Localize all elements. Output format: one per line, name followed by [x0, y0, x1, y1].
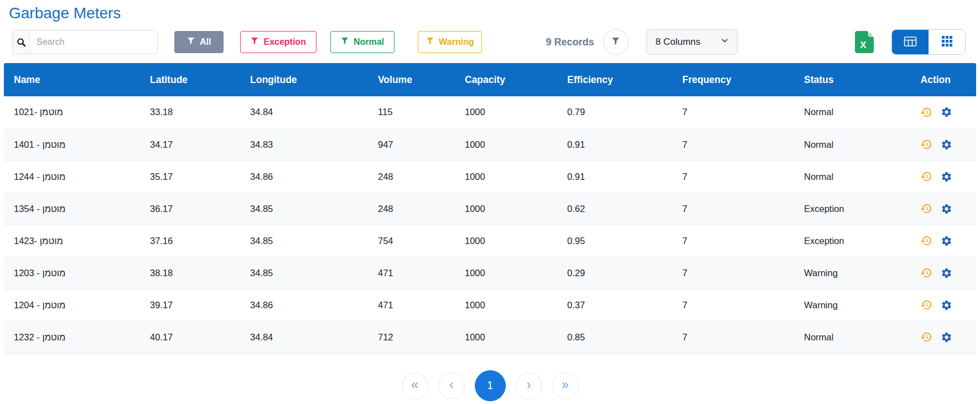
table-row: 1203 - מוטמן 38.18 34.85 471 1000 0.29 7…: [4, 257, 976, 289]
history-icon: [920, 240, 932, 248]
settings-button[interactable]: [941, 267, 952, 279]
cell-latitude: 35.17: [140, 160, 240, 193]
history-button[interactable]: [920, 170, 932, 183]
cell-longitude: 34.83: [240, 128, 368, 160]
column-header-volume[interactable]: Volume: [368, 63, 455, 96]
columns-select[interactable]: 8 Columns: [646, 29, 738, 55]
cell-frequency: 7: [672, 225, 794, 257]
cell-capacity: 1000: [455, 257, 557, 289]
filter-warning-button[interactable]: Warning: [418, 31, 482, 53]
cell-status: Exception: [794, 193, 905, 225]
chevron-down-icon: [720, 36, 729, 48]
cell-longitude: 34.86: [240, 289, 368, 321]
table-view-icon: [904, 36, 917, 49]
records-count: 9 Records: [546, 37, 594, 48]
settings-button[interactable]: [941, 171, 952, 183]
column-header-latitude[interactable]: Latitude: [140, 63, 240, 96]
table-row: 1354 - מוטמן 36.17 34.85 248 1000 0.62 7…: [4, 193, 976, 225]
history-icon: [920, 144, 932, 152]
cell-volume: 754: [368, 225, 455, 257]
filter-menu-button[interactable]: [603, 29, 629, 55]
column-header-name[interactable]: Name: [4, 63, 140, 96]
columns-select-value: 8 Columns: [656, 37, 701, 48]
history-icon: [920, 272, 932, 281]
cell-capacity: 1000: [455, 225, 557, 257]
cell-frequency: 7: [672, 128, 794, 160]
pagination-first-button[interactable]: «: [402, 372, 428, 399]
cell-latitude: 34.17: [140, 128, 240, 160]
cell-capacity: 1000: [455, 193, 557, 225]
excel-file-icon: X: [855, 31, 874, 53]
cell-action: [905, 193, 976, 225]
history-button[interactable]: [920, 138, 932, 151]
cell-status: Normal: [794, 96, 905, 128]
cell-action: [905, 289, 976, 321]
cell-name: 1021- מוטמן: [4, 96, 140, 128]
funnel-icon: [341, 37, 349, 47]
cell-efficiency: 0.85: [557, 321, 672, 353]
cell-volume: 248: [368, 160, 455, 193]
column-header-efficiency[interactable]: Efficiency: [557, 63, 672, 96]
cell-action: [905, 128, 976, 160]
pagination-page-1-button[interactable]: 1: [475, 370, 506, 401]
cell-name: 1204 - מוטמן: [4, 289, 140, 321]
cell-efficiency: 0.37: [557, 289, 672, 321]
settings-button[interactable]: [941, 235, 952, 247]
cell-volume: 712: [368, 321, 455, 353]
cell-volume: 115: [368, 96, 455, 128]
table-body: 1021- מוטמן 33.18 34.84 115 1000 0.79 7 …: [4, 96, 976, 353]
column-header-capacity[interactable]: Capacity: [455, 63, 557, 96]
funnel-icon: [187, 37, 195, 47]
cell-action: [905, 321, 976, 353]
cell-action: [905, 257, 976, 289]
settings-button[interactable]: [941, 106, 952, 118]
search-input[interactable]: [30, 30, 157, 54]
filter-normal-button[interactable]: Normal: [330, 31, 395, 53]
cell-capacity: 1000: [455, 96, 557, 128]
cell-longitude: 34.84: [240, 96, 368, 128]
cell-frequency: 7: [672, 321, 794, 353]
export-excel-button[interactable]: X: [855, 31, 874, 53]
cell-status: Normal: [794, 321, 905, 353]
cell-efficiency: 0.95: [557, 225, 672, 257]
garbage-meters-page: Garbage Meters All Exception Normal Warn…: [0, 0, 980, 404]
cell-longitude: 34.85: [240, 257, 368, 289]
cell-volume: 248: [368, 193, 455, 225]
column-header-status[interactable]: Status: [794, 63, 905, 96]
cell-action: [905, 96, 976, 128]
history-button[interactable]: [920, 235, 932, 247]
column-header-frequency[interactable]: Frequency: [672, 63, 794, 96]
cell-action: [905, 225, 976, 257]
cell-efficiency: 0.91: [557, 160, 672, 193]
pagination-last-button[interactable]: »: [552, 372, 579, 399]
history-button[interactable]: [920, 331, 932, 343]
filter-exception-button[interactable]: Exception: [240, 31, 316, 53]
history-button[interactable]: [920, 203, 932, 215]
cell-name: 1203 - מוטמן: [4, 257, 140, 289]
settings-button[interactable]: [941, 203, 952, 215]
cell-status: Warning: [794, 289, 905, 321]
toolbar: All Exception Normal Warning 9 Records 8…: [0, 29, 980, 55]
table-row: 1204 - מוטמן 39.17 34.86 471 1000 0.37 7…: [4, 289, 976, 321]
settings-button[interactable]: [941, 299, 952, 311]
pagination-prev-button[interactable]: ‹: [438, 372, 465, 399]
cell-frequency: 7: [672, 289, 794, 321]
grid-view-button[interactable]: [929, 30, 965, 54]
column-header-longitude[interactable]: Longitude: [240, 63, 368, 96]
history-button[interactable]: [920, 267, 932, 279]
settings-button[interactable]: [941, 139, 952, 151]
table-row: 1021- מוטמן 33.18 34.84 115 1000 0.79 7 …: [4, 96, 976, 128]
table-view-button[interactable]: [892, 30, 929, 54]
filter-all-button[interactable]: All: [174, 31, 224, 53]
settings-button[interactable]: [941, 332, 952, 343]
cell-capacity: 1000: [455, 289, 557, 321]
gear-icon: [941, 240, 952, 248]
cell-longitude: 34.84: [240, 321, 368, 353]
cell-latitude: 38.18: [140, 257, 240, 289]
history-button[interactable]: [920, 106, 932, 118]
gear-icon: [941, 208, 952, 216]
page-title: Garbage Meters: [9, 4, 980, 22]
cell-frequency: 7: [672, 257, 794, 289]
history-button[interactable]: [920, 299, 932, 311]
pagination-next-button[interactable]: ›: [516, 372, 542, 399]
